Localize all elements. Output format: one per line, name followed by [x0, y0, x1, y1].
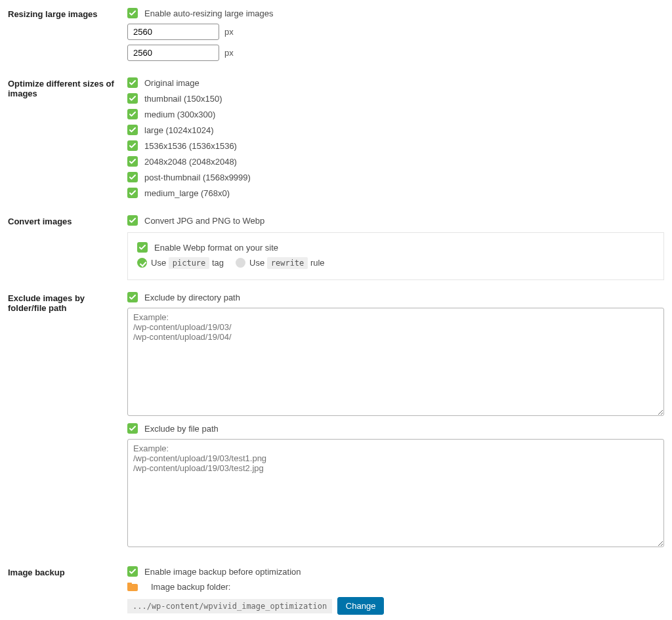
checkbox-enable-resize-label: Enable auto-resizing large images	[144, 9, 274, 18]
checkbox-enable-webp-label: Enable Webp format on your site	[154, 243, 278, 253]
checkbox-size-option[interactable]	[127, 77, 138, 88]
size-option-label: 2048x2048 (2048x2048)	[144, 157, 237, 167]
checkbox-enable-webp[interactable]	[137, 242, 148, 253]
exclude-dir-textarea[interactable]	[127, 308, 664, 416]
resize-height-input[interactable]	[127, 45, 219, 61]
unit-label: px	[224, 48, 234, 58]
resize-width-input[interactable]	[127, 24, 219, 40]
checkbox-size-option[interactable]	[127, 188, 138, 198]
folder-icon	[127, 583, 138, 591]
change-button[interactable]: Change	[337, 597, 385, 615]
size-option-label: Original image	[144, 78, 200, 88]
checkbox-convert-webp[interactable]	[127, 215, 138, 226]
size-option-label: post-thumbnail (1568x9999)	[144, 173, 251, 182]
section-label-exclude: Exclude images by folder/file path	[8, 292, 127, 566]
section-label-backup: Image backup	[8, 566, 127, 620]
radio-use-rewrite-label: Use rewrite rule	[249, 258, 325, 268]
radio-use-rewrite[interactable]	[236, 258, 245, 268]
exclude-file-textarea[interactable]	[127, 439, 664, 547]
checkbox-convert-webp-label: Convert JPG and PNG to Webp	[144, 216, 264, 226]
section-label-sizes: Optimize different sizes of images	[8, 77, 127, 215]
checkbox-enable-resize[interactable]	[127, 8, 138, 18]
checkbox-exclude-file-label: Exclude by file path	[144, 424, 219, 434]
checkbox-size-option[interactable]	[127, 140, 138, 151]
webp-settings-box: Enable Webp format on your site Use pict…	[127, 232, 664, 280]
checkbox-size-option[interactable]	[127, 93, 138, 104]
backup-path: .../wp-content/wpvivid_image_optimizatio…	[127, 599, 332, 613]
radio-use-picture-label: Use picture tag	[151, 258, 224, 268]
size-option-label: large (1024x1024)	[144, 125, 214, 135]
section-label-resize: Resizing large images	[8, 8, 127, 77]
size-option-label: medium (300x300)	[144, 110, 215, 119]
backup-folder-label: Image backup folder:	[151, 582, 230, 592]
section-label-convert: Convert images	[8, 215, 127, 292]
size-option-label: medium_large (768x0)	[144, 188, 230, 198]
checkbox-size-option[interactable]	[127, 109, 138, 119]
checkbox-exclude-file[interactable]	[127, 423, 138, 434]
checkbox-size-option[interactable]	[127, 156, 138, 167]
checkbox-enable-backup[interactable]	[127, 566, 138, 577]
size-option-label: thumbnail (150x150)	[144, 94, 222, 104]
checkbox-exclude-dir-label: Exclude by directory path	[144, 293, 240, 302]
checkbox-size-option[interactable]	[127, 172, 138, 182]
checkbox-enable-backup-label: Enable image backup before optimization	[144, 567, 301, 577]
checkbox-size-option[interactable]	[127, 125, 138, 135]
sizes-container: Original imagethumbnail (150x150)medium …	[127, 77, 664, 215]
unit-label: px	[224, 27, 234, 37]
checkbox-exclude-dir[interactable]	[127, 292, 138, 302]
size-option-label: 1536x1536 (1536x1536)	[144, 141, 237, 151]
radio-use-picture[interactable]	[137, 258, 147, 268]
